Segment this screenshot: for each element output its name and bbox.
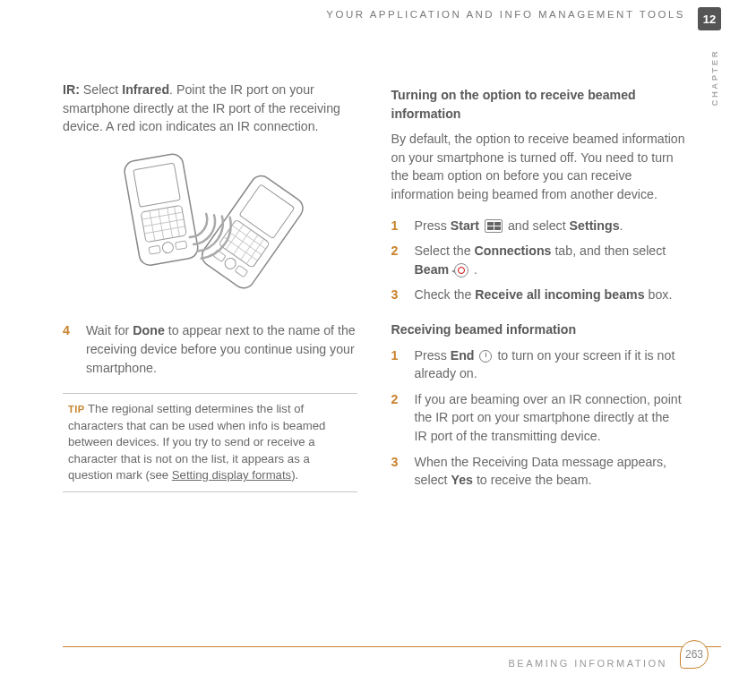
page-number-badge: 263 bbox=[680, 640, 709, 669]
right-column: Turning on the option to receive beamed … bbox=[391, 81, 686, 628]
sec2-step-2: 2 If you are beaming over an IR connecti… bbox=[391, 390, 686, 446]
page-footer: BEAMING INFORMATION 263 bbox=[63, 646, 721, 682]
page-content: IR: Select Infrared. Point the IR port o… bbox=[63, 81, 685, 628]
tip-label: TIP bbox=[68, 404, 85, 414]
step-4: 4 Wait for Done to appear next to the na… bbox=[63, 321, 357, 377]
page-header: YOUR APPLICATION AND INFO MANAGEMENT TOO… bbox=[0, 9, 739, 36]
section-title-1: Turning on the option to receive beamed … bbox=[391, 86, 686, 123]
sec2-step-3: 3 When the Receiving Data message appear… bbox=[391, 453, 686, 490]
beaming-illustration bbox=[63, 149, 357, 306]
header-title: YOUR APPLICATION AND INFO MANAGEMENT TOO… bbox=[326, 9, 685, 20]
svg-rect-1 bbox=[133, 163, 181, 207]
step-number: 4 bbox=[63, 321, 77, 377]
sec2-step-1: 1 Press End to turn on your screen if it… bbox=[391, 346, 686, 383]
tip-link[interactable]: Setting display formats bbox=[172, 468, 291, 482]
ir-prefix: IR: bbox=[63, 82, 80, 97]
sec1-step-1: 1 Press Start and select Settings. bbox=[391, 217, 686, 235]
end-icon bbox=[479, 350, 492, 363]
section-1-intro: By default, the option to receive beamed… bbox=[391, 130, 686, 203]
footer-title: BEAMING INFORMATION bbox=[509, 658, 667, 669]
sec1-step-3: 3 Check the Receive all incoming beams b… bbox=[391, 286, 686, 304]
left-column: IR: Select Infrared. Point the IR port o… bbox=[63, 81, 357, 628]
step-body: Wait for Done to appear next to the name… bbox=[86, 321, 357, 377]
sec1-step-2: 2 Select the Connections tab, and then s… bbox=[391, 242, 686, 278]
chapter-number-badge: 12 bbox=[698, 7, 721, 30]
svg-rect-12 bbox=[176, 241, 187, 250]
beam-icon bbox=[454, 263, 468, 277]
ir-paragraph: IR: Select Infrared. Point the IR port o… bbox=[63, 81, 357, 136]
section-title-2: Receiving beamed information bbox=[391, 320, 686, 339]
tip-box: TIP The regional setting determines the … bbox=[63, 393, 357, 491]
svg-rect-2 bbox=[141, 205, 186, 242]
svg-rect-11 bbox=[149, 245, 160, 254]
start-icon bbox=[485, 219, 503, 233]
chapter-label-vertical: CHAPTER bbox=[709, 49, 719, 106]
